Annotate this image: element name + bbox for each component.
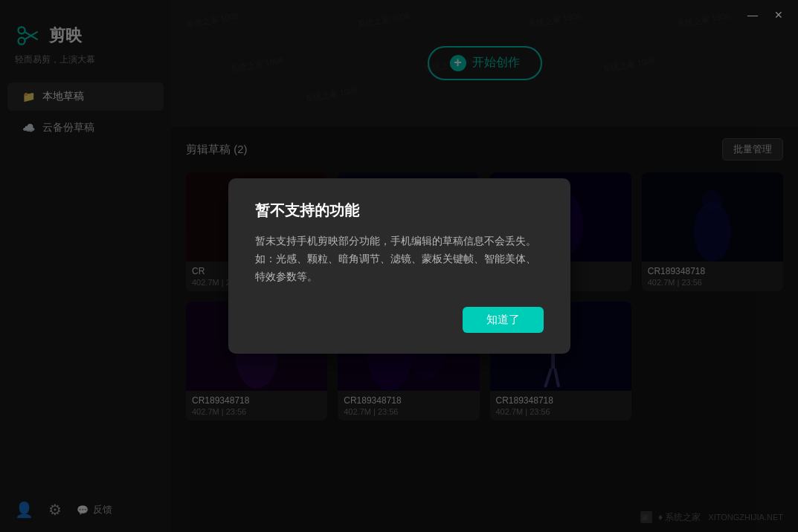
minimize-button[interactable]: — — [744, 7, 761, 22]
window-controls: — ✕ — [744, 7, 786, 22]
close-button[interactable]: ✕ — [771, 7, 786, 22]
modal-title: 暂不支持的功能 — [255, 201, 544, 221]
modal-confirm-button[interactable]: 知道了 — [463, 307, 544, 333]
modal-overlay: 暂不支持的功能 暂未支持手机剪映部分功能，手机编辑的草稿信息不会丢失。如：光感、… — [0, 0, 798, 532]
modal-body: 暂未支持手机剪映部分功能，手机编辑的草稿信息不会丢失。如：光感、颗粒、暗角调节、… — [255, 233, 544, 285]
modal-footer: 知道了 — [255, 307, 544, 333]
unsupported-feature-modal: 暂不支持的功能 暂未支持手机剪映部分功能，手机编辑的草稿信息不会丢失。如：光感、… — [228, 178, 570, 353]
